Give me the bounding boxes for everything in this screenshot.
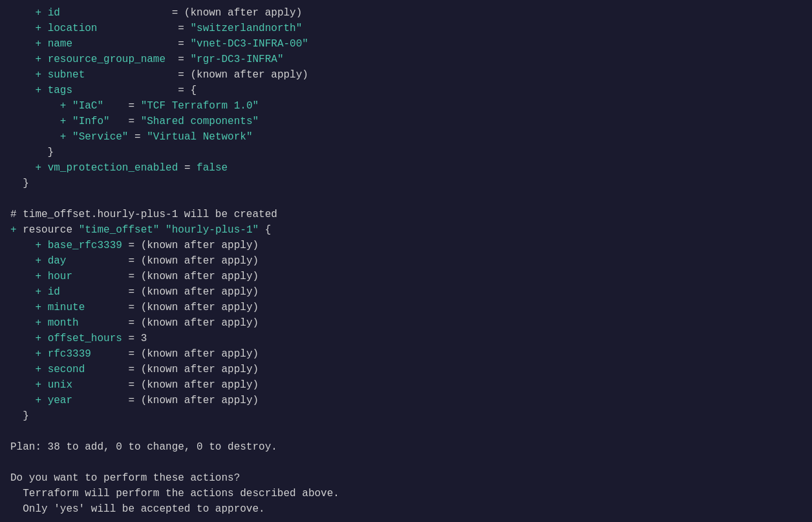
key-tags: tags xyxy=(48,85,72,96)
key-second: second xyxy=(48,364,85,375)
line-id: + id = (known after apply) xyxy=(10,5,802,21)
line-hour: + hour = (known after apply) xyxy=(10,269,802,284)
plus-icon: + xyxy=(35,85,41,96)
plus-icon: + xyxy=(35,38,41,50)
line-resource-group: + resource_group_name = "rgr-DC3-INFRA" xyxy=(10,52,802,67)
plus-icon: + xyxy=(35,333,41,344)
key-rfc3339: rfc3339 xyxy=(48,348,91,360)
plus-icon: + xyxy=(35,286,41,298)
plus-icon: + xyxy=(35,69,41,81)
plus-icon: + xyxy=(35,317,41,329)
key-subnet: subnet xyxy=(48,69,85,81)
plus-icon: + xyxy=(35,302,41,313)
line-tag-iac: + "IaC" = "TCF Terraform 1.0" xyxy=(10,98,802,114)
plus-icon: + xyxy=(35,271,41,282)
key-resource-group: resource_group_name xyxy=(48,54,166,65)
line-month: + month = (known after apply) xyxy=(10,315,802,331)
line-resource-decl: + resource "time_offset" "hourly-plus-1"… xyxy=(10,222,802,238)
line-base-rfc3339: + base_rfc3339 = (known after apply) xyxy=(10,238,802,253)
line-location: + location = "switzerlandnorth" xyxy=(10,21,802,36)
line-close-resource: } xyxy=(10,176,802,191)
empty-line-3 xyxy=(10,455,802,470)
empty-line-4 xyxy=(10,517,802,522)
plus-icon: + xyxy=(60,131,67,143)
plus-icon: + xyxy=(60,100,67,112)
key-location: location xyxy=(48,23,98,34)
key-minute: minute xyxy=(48,302,85,313)
key-iac: "IaC" xyxy=(72,100,103,112)
line-prompt2: Terraform will perform the actions descr… xyxy=(10,486,802,501)
empty-line-1 xyxy=(10,191,802,207)
plus-icon: + xyxy=(35,255,41,267)
line-minute: + minute = (known after apply) xyxy=(10,300,802,315)
plus-icon: + xyxy=(35,379,41,391)
line-comment: # time_offset.hourly-plus-1 will be crea… xyxy=(10,207,802,222)
key-vm-protection: vm_protection_enabled xyxy=(48,162,178,174)
key-offset-hours: offset_hours xyxy=(48,333,122,344)
key-id: id xyxy=(48,7,60,19)
line-unix: + unix = (known after apply) xyxy=(10,377,802,393)
key-id2: id xyxy=(48,286,60,298)
key-name: name xyxy=(48,38,72,50)
line-subnet: + subnet = (known after apply) xyxy=(10,67,802,83)
key-base-rfc3339: base_rfc3339 xyxy=(48,240,122,251)
line-close-tags: } xyxy=(10,145,802,160)
key-year: year xyxy=(48,395,72,406)
plus-icon: + xyxy=(35,240,41,251)
line-day: + day = (known after apply) xyxy=(10,253,802,269)
key-service: "Service" xyxy=(72,131,128,143)
plus-icon: + xyxy=(35,54,41,65)
plus-icon: + xyxy=(35,7,41,19)
plus-icon: + xyxy=(10,224,17,236)
line-prompt3: Only 'yes' will be accepted to approve. xyxy=(10,501,802,517)
plus-icon: + xyxy=(35,23,41,34)
plus-icon: + xyxy=(35,395,41,406)
plus-icon: + xyxy=(35,348,41,360)
key-day: day xyxy=(48,255,67,267)
line-name: + name = "vnet-DC3-INFRA-00" xyxy=(10,36,802,52)
key-hour: hour xyxy=(48,271,72,282)
plan-line: Plan: 38 to add, 0 to change, 0 to destr… xyxy=(10,439,802,455)
plus-icon: + xyxy=(60,116,67,127)
key-month: month xyxy=(48,317,79,329)
line-vm-protection: + vm_protection_enabled = false xyxy=(10,160,802,176)
line-id2: + id = (known after apply) xyxy=(10,284,802,300)
line-rfc3339: + rfc3339 = (known after apply) xyxy=(10,346,802,362)
line-offset-hours: + offset_hours = 3 xyxy=(10,331,802,346)
line-second: + second = (known after apply) xyxy=(10,362,802,377)
line-prompt1: Do you want to perform these actions? xyxy=(10,470,802,486)
line-tag-info: + "Info" = "Shared components" xyxy=(10,114,802,129)
plus-icon: + xyxy=(35,162,41,174)
line-tag-service: + "Service" = "Virtual Network" xyxy=(10,129,802,145)
line-year: + year = (known after apply) xyxy=(10,393,802,408)
key-unix: unix xyxy=(48,379,72,391)
plus-icon: + xyxy=(35,364,41,375)
terminal: + id = (known after apply) + location = … xyxy=(0,0,812,522)
empty-line-2 xyxy=(10,424,802,439)
key-info: "Info" xyxy=(72,116,110,127)
line-tags: + tags = { xyxy=(10,83,802,98)
line-close-resource2: } xyxy=(10,408,802,424)
